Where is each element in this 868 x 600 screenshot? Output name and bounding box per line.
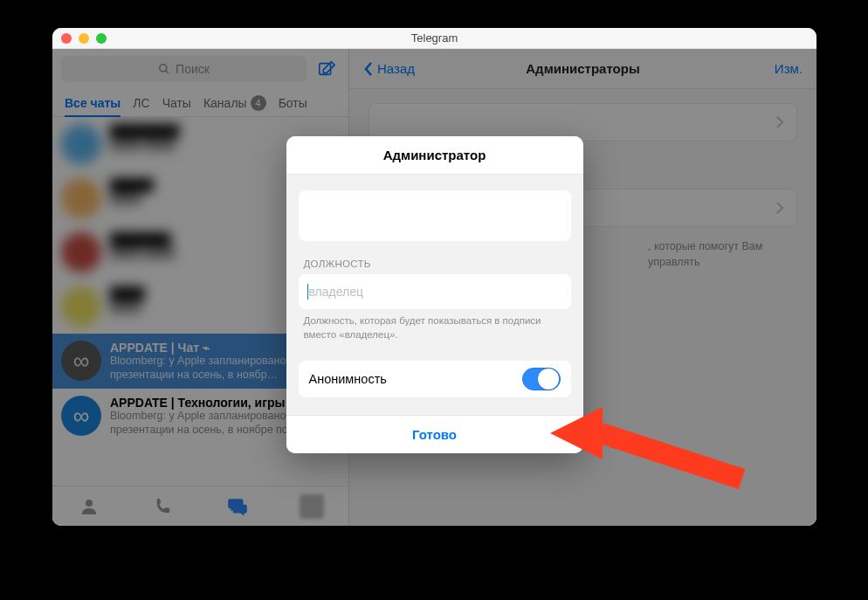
role-section-label: ДОЛЖНОСТЬ — [299, 259, 571, 269]
text-caret — [307, 284, 308, 300]
window-title: Telegram — [52, 31, 816, 45]
admin-modal: Администратор ДОЛЖНОСТЬ владелец Должнос… — [286, 136, 583, 453]
role-placeholder: владелец — [309, 285, 364, 299]
role-hint: Должность, которая будет показываться в … — [299, 309, 571, 341]
admin-user-card — [299, 190, 571, 241]
toggle-knob — [538, 369, 559, 390]
titlebar: Telegram — [52, 28, 816, 49]
modal-title: Администратор — [286, 136, 583, 175]
anonymity-toggle[interactable] — [522, 368, 561, 390]
app-window: Telegram Поиск Все чаты ЛС Чаты Каналы4 … — [52, 28, 816, 526]
done-button[interactable]: Готово — [286, 415, 583, 453]
anonymity-row: Анонимность — [299, 361, 571, 397]
role-input[interactable]: владелец — [299, 274, 571, 309]
anonymity-label: Анонимность — [309, 372, 387, 386]
